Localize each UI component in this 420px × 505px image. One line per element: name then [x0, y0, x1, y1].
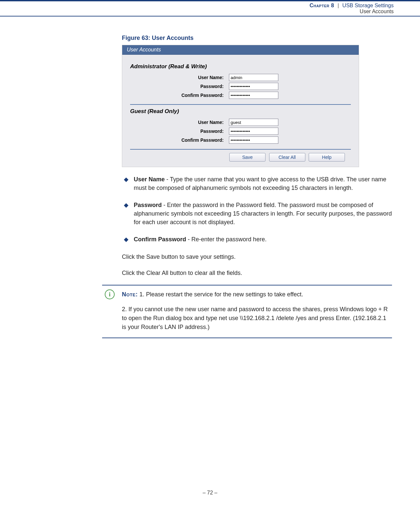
field-description-list: ◆ User Name - Type the user name that yo…: [122, 175, 392, 244]
guest-confirm-input[interactable]: [229, 136, 278, 144]
page-header: Chapter 8 | USB Storage Settings User Ac…: [0, 0, 420, 16]
admin-username-input[interactable]: [229, 74, 278, 81]
admin-password-input[interactable]: [229, 83, 278, 90]
panel-title: User Accounts: [122, 45, 359, 55]
note-label: Note:: [122, 291, 138, 298]
divider: [130, 149, 351, 150]
guest-password-input[interactable]: [229, 128, 278, 135]
label-guest-username: User Name:: [130, 120, 229, 125]
save-button[interactable]: Save: [229, 153, 266, 162]
list-item: ◆ Password - Enter the password in the P…: [122, 201, 392, 226]
guest-section-heading: Guest (Read Only): [130, 108, 351, 115]
figure-caption: Figure 63: User Accounts: [122, 35, 392, 42]
divider: [130, 104, 351, 105]
label-guest-password: Password:: [130, 129, 229, 134]
list-item: ◆ User Name - Type the user name that yo…: [122, 175, 392, 192]
list-item: ◆ Confirm Password - Re-enter the passwo…: [122, 235, 392, 244]
chapter-title: USB Storage Settings: [342, 3, 394, 8]
bullet-icon: ◆: [122, 175, 134, 192]
user-accounts-panel: User Accounts Administrator (Read & Writ…: [122, 45, 359, 167]
bullet-icon: ◆: [122, 235, 134, 244]
label-admin-confirm: Confirm Password:: [130, 93, 229, 98]
admin-section-heading: Administrator (Read & Write): [130, 63, 351, 70]
clear-instruction: Click the Clear All button to clear all …: [122, 269, 392, 278]
clear-all-button[interactable]: Clear All: [269, 153, 305, 162]
note-text-2: 2. If you cannot use the new user name a…: [122, 305, 392, 332]
label-guest-confirm: Confirm Password:: [130, 137, 229, 143]
guest-username-input[interactable]: [229, 119, 278, 126]
chapter-subtitle: User Accounts: [0, 9, 394, 15]
chapter-label: Chapter 8: [310, 3, 334, 8]
label-admin-username: User Name:: [130, 75, 229, 80]
separator: |: [338, 3, 339, 8]
help-button[interactable]: Help: [309, 153, 345, 162]
note-text-1: 1. Please restart the service for the ne…: [138, 291, 303, 298]
info-icon: i: [105, 289, 115, 299]
admin-confirm-input[interactable]: [229, 92, 278, 99]
label-admin-password: Password:: [130, 84, 229, 89]
note-block: i Note: 1. Please restart the service fo…: [102, 285, 392, 338]
bullet-icon: ◆: [122, 201, 134, 226]
save-instruction: Click the Save button to save your setti…: [122, 252, 392, 261]
